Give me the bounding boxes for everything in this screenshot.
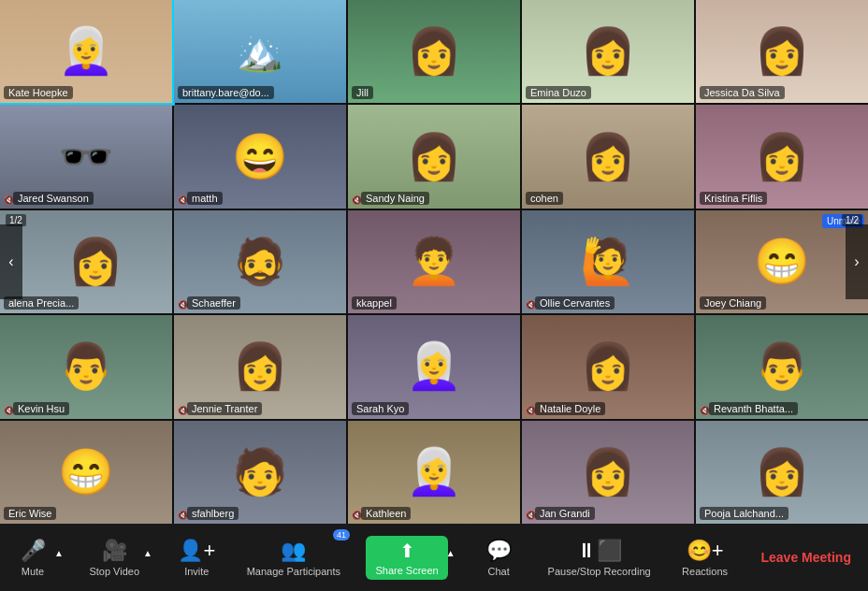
reactions-icon: 😊+ (687, 539, 724, 563)
participant-name-22: sfahlberg (187, 507, 239, 520)
participant-name-14: Ollie Cervantes (535, 296, 615, 310)
participant-cell-8: 👩 🔇 Sandy Naing (348, 105, 520, 208)
share-screen-button[interactable]: ⬆ Share Screen (366, 536, 447, 580)
participant-cell-5: 👩 Jessica Da Silva (696, 0, 868, 103)
leave-meeting-button[interactable]: Leave Meeting (754, 546, 859, 569)
participant-name-23: Kathleen (361, 507, 411, 520)
pause-recording-button[interactable]: ⏸⬛ Pause/Stop Recording (542, 535, 657, 581)
video-caret[interactable]: ▲ (143, 548, 152, 558)
share-screen-caret[interactable]: ▲ (446, 548, 456, 558)
pause-recording-label: Pause/Stop Recording (548, 566, 651, 577)
stop-video-label: Stop Video (89, 566, 139, 577)
reactions-button[interactable]: 😊+ Reactions (676, 535, 733, 581)
participant-cell-3: 👩 Jill (348, 0, 520, 103)
participant-cell-16: 👨 🔇 Kevin Hsu (0, 315, 172, 418)
invite-button[interactable]: 👤+ Invite (172, 535, 221, 581)
participant-name-6: Jared Swanson (13, 192, 94, 205)
participant-name-5: Jessica Da Silva (700, 86, 785, 99)
video-grid: 👩‍🦳 Kate Hoepke 🏔️ brittany.bare@do... 👩… (0, 0, 868, 524)
participant-cell-23: 👩‍🦳 🔇 Kathleen (348, 421, 520, 524)
participant-cell-18: 👩‍🦳 Sarah Kyo (348, 315, 520, 418)
next-page-button[interactable]: › (846, 224, 868, 299)
participant-cell-17: 👩 🔇 Jennie Tranter (174, 315, 346, 418)
participant-cell-13: 🧑‍🦱 kkappel (348, 210, 520, 313)
participant-cell-6: 🕶️ 🔇 Jared Swanson (0, 105, 172, 208)
participant-name-9: cohen (526, 192, 563, 205)
participant-cell-24: 👩 🔇 Jan Grandi (522, 421, 694, 524)
participant-name-25: Pooja Lalchand... (700, 507, 788, 520)
manage-participants-wrapper: 👥 Manage Participants 41 (241, 535, 346, 581)
invite-icon: 👤+ (178, 539, 215, 563)
participant-cell-4: 👩 Emina Duzo (522, 0, 694, 103)
participant-name-21: Eric Wise (4, 507, 56, 520)
chat-button[interactable]: 💬 Chat (475, 535, 522, 581)
participant-cell-9: 👩 cohen (522, 105, 694, 208)
manage-participants-label: Manage Participants (247, 566, 340, 577)
participant-name-1: Kate Hoepke (4, 86, 73, 99)
participant-cell-14: 🙋 🔇 Ollie Cervantes (522, 210, 694, 313)
participants-icon: 👥 (281, 539, 306, 563)
mute-label: Mute (22, 566, 44, 577)
participant-name-13: kkappel (352, 296, 397, 310)
participant-name-16: Kevin Hsu (13, 402, 69, 415)
participant-cell-19: 👩 🔇 Natalie Doyle (522, 315, 694, 418)
toolbar: 🎤 Mute ▲ 🎥 Stop Video ▲ 👤+ Invite 👥 Mana… (0, 524, 868, 591)
participant-cell-12: 🧔 🔇 Schaeffer (174, 210, 346, 313)
participant-cell-1: 👩‍🦳 Kate Hoepke (0, 0, 172, 103)
participant-name-3: Jill (352, 86, 373, 99)
share-screen-label: Share Screen (375, 565, 438, 576)
share-screen-icon: ⬆ (399, 540, 415, 562)
prev-page-button[interactable]: ‹ (0, 224, 22, 299)
participant-cell-2: 🏔️ brittany.bare@do... (174, 0, 346, 103)
participant-cell-22: 🧑 🔇 sfahlberg (174, 421, 346, 524)
participant-cell-10: 👩 Kristina Fiflis (696, 105, 868, 208)
participant-name-7: matth (187, 192, 223, 205)
participant-name-2: brittany.bare@do... (178, 86, 274, 99)
participant-cell-25: 👩 Pooja Lalchand... (696, 421, 868, 524)
participant-name-4: Emina Duzo (526, 86, 591, 99)
mute-icon: 🎤 (21, 539, 46, 563)
participant-name-12: Schaeffer (187, 296, 240, 310)
stop-video-button[interactable]: 🎥 Stop Video (83, 535, 145, 581)
participant-cell-15: Unmute 😁 Joey Chiang 1/2 › (696, 210, 868, 313)
chat-label: Chat (487, 566, 509, 577)
participant-name-15: Joey Chiang (700, 296, 766, 310)
mute-button[interactable]: 🎤 Mute (9, 535, 56, 581)
mute-caret[interactable]: ▲ (54, 548, 64, 558)
participant-name-17: Jennie Tranter (187, 402, 262, 415)
participant-cell-7: 😄 🔇 matth (174, 105, 346, 208)
video-conference-container: 👩‍🦳 Kate Hoepke 🏔️ brittany.bare@do... 👩… (0, 0, 868, 591)
participant-cell-21: 😁 Eric Wise (0, 421, 172, 524)
participant-name-18: Sarah Kyo (352, 402, 409, 415)
participant-cell-20: 👨 🔇 Revanth Bhatta... (696, 315, 868, 418)
invite-label: Invite (184, 566, 209, 577)
participant-name-20: Revanth Bhatta... (709, 402, 798, 415)
participant-name-19: Natalie Doyle (535, 402, 605, 415)
manage-participants-button[interactable]: 👥 Manage Participants (241, 535, 346, 581)
participant-name-10: Kristina Fiflis (700, 192, 767, 205)
record-icon: ⏸⬛ (576, 539, 622, 563)
participant-name-8: Sandy Naing (361, 192, 429, 205)
video-icon: 🎥 (102, 539, 127, 563)
participants-badge: 41 (333, 529, 350, 541)
participant-name-24: Jan Grandi (535, 507, 595, 520)
chat-icon: 💬 (486, 539, 512, 563)
reactions-label: Reactions (682, 566, 728, 577)
participant-cell-11: 1/2 ‹ 👩 alena Precia... (0, 210, 172, 313)
